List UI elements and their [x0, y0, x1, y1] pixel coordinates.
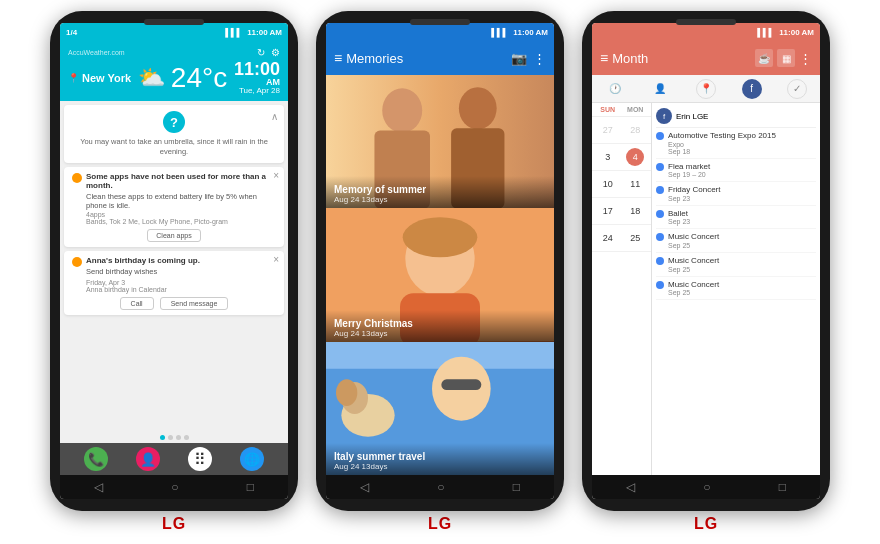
settings-icon[interactable]: ⚙ — [271, 47, 280, 58]
event-dot-friday — [656, 186, 664, 194]
calendar-header-icons: ☕ ▦ ⋮ — [755, 49, 812, 67]
memories-camera-icon[interactable]: 📷 — [511, 51, 527, 66]
memories-menu-icon[interactable]: ≡ — [334, 50, 342, 66]
memory-item-christmas[interactable]: Merry Christmas Aug 24 13days — [326, 208, 554, 341]
cal-date-10[interactable]: 10 — [599, 175, 617, 193]
memory-italy-label: Italy summer travel Aug 24 13days — [326, 443, 554, 475]
alert-chevron-icon[interactable]: ∧ — [271, 111, 278, 122]
cal-date-27[interactable]: 27 — [599, 121, 617, 139]
weather-source: AccuWeather.com — [68, 49, 125, 56]
phone3-nav-bar: ◁ ○ □ — [592, 475, 820, 499]
event-sub-music1: Sep 25 — [668, 242, 816, 249]
phone3-status-bar: ▌▌▌ 11:00 AM — [592, 23, 820, 41]
calendar-icon2[interactable]: ▦ — [777, 49, 795, 67]
filter-check-icon[interactable]: ✓ — [787, 79, 807, 99]
filter-clock-icon[interactable]: 🕐 — [605, 79, 625, 99]
cal-row-1: 27 28 — [592, 117, 651, 144]
event-music1[interactable]: Music Concert Sep 25 — [656, 229, 816, 253]
event-dot-music1 — [656, 233, 664, 241]
cal-date-24[interactable]: 24 — [599, 229, 617, 247]
event-title-friday: Friday Concert — [668, 185, 816, 195]
event-sub-friday: Sep 23 — [668, 195, 816, 202]
phone1-status-bar: 1/4 ▌▌▌ 11:00 AM — [60, 23, 288, 41]
calendar-icon1[interactable]: ☕ — [755, 49, 773, 67]
dot-4 — [184, 435, 189, 440]
event-title-music3: Music Concert — [668, 280, 816, 290]
memory-item-summer[interactable]: Memory of summer Aug 24 13days — [326, 75, 554, 208]
phone2-status-bar: ▌▌▌ 11:00 AM — [326, 23, 554, 41]
notif2-icon-row: Anna's birthday is coming up. Send birth… — [72, 256, 276, 293]
notif2-close-icon[interactable]: × — [273, 254, 279, 265]
cal-date-3[interactable]: 3 — [599, 148, 617, 166]
nav2-recent-button[interactable]: □ — [513, 480, 520, 494]
phone2-signal: ▌▌▌ 11:00 AM — [491, 28, 548, 37]
event-info-music2: Music Concert Sep 25 — [668, 256, 816, 273]
notif-icon — [72, 173, 82, 183]
filter-contacts-icon[interactable]: 👤 — [650, 79, 670, 99]
cal-row-3: 10 11 — [592, 171, 651, 198]
calendar-more-icon[interactable]: ⋮ — [799, 51, 812, 66]
nav-back-button[interactable]: ◁ — [94, 480, 103, 494]
event-ballet[interactable]: Ballet Sep 23 — [656, 206, 816, 230]
send-message-button[interactable]: Send message — [160, 297, 229, 310]
nav3-back-button[interactable]: ◁ — [626, 480, 635, 494]
dot-2 — [168, 435, 173, 440]
notif-close-icon[interactable]: × — [273, 170, 279, 181]
phone3-wrapper: ▌▌▌ 11:00 AM ≡ Month ☕ ▦ ⋮ 🕐 👤 📍 f — [582, 11, 830, 533]
notif2-icon — [72, 257, 82, 267]
phone3-time: 11:00 AM — [779, 28, 814, 37]
phone3-signal: ▌▌▌ 11:00 AM — [757, 28, 814, 37]
cal-date-17[interactable]: 17 — [599, 202, 617, 220]
phone1-temp-row: 📍 New York ⛅ 24°c 11:00 AM Tue, Apr 28 — [68, 60, 280, 95]
event-sub-automotive: Expo — [668, 141, 816, 148]
event-automotive[interactable]: Automotive Testing Expo 2015 Expo Sep 18 — [656, 128, 816, 159]
event-dot-ballet — [656, 210, 664, 218]
notif-icon-row: Some apps have not been used for more th… — [72, 172, 276, 226]
memory-italy-title: Italy summer travel — [334, 451, 546, 462]
dock-contacts-icon[interactable]: 👤 — [136, 447, 160, 471]
memory-summer-date: Aug 24 13days — [334, 195, 546, 204]
svg-point-15 — [336, 379, 357, 406]
nav2-back-button[interactable]: ◁ — [360, 480, 369, 494]
refresh-icon[interactable]: ↻ — [257, 47, 265, 58]
calendar-menu-icon[interactable]: ≡ — [600, 50, 608, 66]
nav3-recent-button[interactable]: □ — [779, 480, 786, 494]
cal-date-18[interactable]: 18 — [626, 202, 644, 220]
memories-more-icon[interactable]: ⋮ — [533, 51, 546, 66]
lg-logo-2: LG — [428, 515, 452, 533]
event-sub-music2: Sep 25 — [668, 266, 816, 273]
weather-condition-icon: ⛅ — [138, 65, 165, 91]
filter-location-icon[interactable]: 📍 — [696, 79, 716, 99]
memories-header-icons: 📷 ⋮ — [511, 51, 546, 66]
dock-phone-icon[interactable]: 📞 — [84, 447, 108, 471]
user-name: Erin LGE — [676, 112, 708, 121]
nav3-home-button[interactable]: ○ — [703, 480, 710, 494]
phone1-nav-bar: ◁ ○ □ — [60, 475, 288, 499]
phone3-screen: ▌▌▌ 11:00 AM ≡ Month ☕ ▦ ⋮ 🕐 👤 📍 f — [592, 23, 820, 499]
calendar-content: SUN MON 27 28 3 4 10 11 — [592, 103, 820, 475]
dock-browser-icon[interactable]: 🌐 — [240, 447, 264, 471]
cal-date-4-today[interactable]: 4 — [626, 148, 644, 166]
dock-apps-icon[interactable]: ⠿ — [188, 447, 212, 471]
notif2-detail: Anna birthday in Calendar — [86, 286, 200, 293]
nav2-home-button[interactable]: ○ — [437, 480, 444, 494]
mon-header: MON — [622, 106, 650, 113]
nav-home-button[interactable]: ○ — [171, 480, 178, 494]
weather-date: Tue, Apr 28 — [234, 87, 280, 95]
cal-date-11[interactable]: 11 — [626, 175, 644, 193]
cal-date-25[interactable]: 25 — [626, 229, 644, 247]
page-dots — [60, 432, 288, 443]
notif-sub: 4apps — [86, 211, 276, 218]
calendar-title: Month — [612, 51, 755, 66]
event-friday-concert[interactable]: Friday Concert Sep 23 — [656, 182, 816, 206]
event-music2[interactable]: Music Concert Sep 25 — [656, 253, 816, 277]
event-info-automotive: Automotive Testing Expo 2015 Expo Sep 18 — [668, 131, 816, 155]
memory-item-italy[interactable]: Italy summer travel Aug 24 13days — [326, 342, 554, 475]
event-music3[interactable]: Music Concert Sep 25 — [656, 277, 816, 301]
clean-apps-button[interactable]: Clean apps — [147, 229, 200, 242]
cal-date-28[interactable]: 28 — [626, 121, 644, 139]
nav-recent-button[interactable]: □ — [247, 480, 254, 494]
call-button[interactable]: Call — [120, 297, 154, 310]
event-flea[interactable]: Flea market Sep 19 – 20 — [656, 159, 816, 183]
filter-facebook-icon[interactable]: f — [742, 79, 762, 99]
